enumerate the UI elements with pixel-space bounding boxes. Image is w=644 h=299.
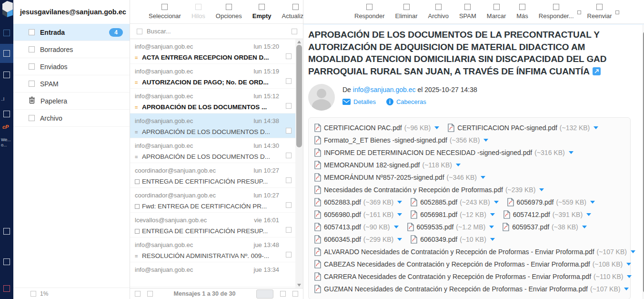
attachment[interactable]: 6060349.pdf (~10 KB): [411, 235, 495, 244]
message-checkbox[interactable]: [286, 252, 292, 258]
folder-item[interactable]: Papelera: [13, 93, 130, 110]
attachment[interactable]: ALVARADO Necesidades de Contratación y R…: [314, 247, 635, 256]
attachment-menu-icon[interactable]: [494, 201, 499, 204]
rail-item-selected[interactable]: [0, 44, 13, 63]
rail-logout-icon[interactable]: [3, 285, 10, 292]
attachment-menu-icon[interactable]: [594, 126, 598, 129]
toolbar-button[interactable]: SPAM: [454, 4, 482, 20]
attachment-menu-icon[interactable]: [397, 213, 402, 216]
attachment[interactable]: Necesidades de Contratación y Recepción …: [314, 186, 544, 194]
details-link[interactable]: Detalles: [342, 98, 376, 105]
message-checkbox[interactable]: [286, 227, 292, 233]
folder-item[interactable]: Borradores: [13, 41, 130, 58]
message-checkbox[interactable]: [286, 128, 292, 134]
scroll-up-icon[interactable]: [297, 41, 301, 43]
attachment-menu-icon[interactable]: [624, 288, 629, 290]
message-row[interactable]: info@sanjuan.gob.ec lun 14:30 APROBACIÓN…: [130, 138, 295, 163]
attachment-menu-icon[interactable]: [397, 201, 402, 204]
attachment[interactable]: 6059535.pdf (~1.2 MB): [407, 223, 494, 231]
attachment-menu-icon[interactable]: [626, 263, 631, 266]
toolbar-button[interactable]: Responder...: [533, 4, 579, 20]
message-row[interactable]: info@sanjuan.gob.ec lun 14:38 APROBACIÓN…: [130, 113, 295, 138]
rail-item-icon[interactable]: [3, 30, 10, 36]
attachment[interactable]: CABEZAS Necesidades de Contratación y Re…: [314, 260, 631, 268]
attachment-menu-icon[interactable]: [489, 226, 494, 228]
attachment-menu-icon[interactable]: [394, 226, 399, 228]
attachment[interactable]: 6057412.pdf (~391 KB): [503, 210, 591, 219]
attachment-menu-icon[interactable]: [456, 164, 461, 166]
message-row[interactable]: info@sanjuan.gob.ec jue 13:34: [130, 262, 295, 287]
first-page-icon[interactable]: [147, 291, 153, 297]
attachment-menu-icon[interactable]: [582, 226, 587, 228]
attachment[interactable]: INFORME DE DETERMINACION DE NECESIDAD -s…: [314, 148, 574, 157]
mail-scrollbar[interactable]: [642, 25, 644, 299]
message-row[interactable]: lcevallos@sanjuan.gob.ec vie 16:01 ENTRE…: [130, 213, 295, 237]
headers-link[interactable]: Cabeceras: [386, 98, 426, 105]
open-in-new-window-icon[interactable]: [593, 67, 601, 75]
message-row[interactable]: coordinador@sanjuan.gob.ec lun 10:27 Fwd…: [130, 188, 295, 213]
attachment[interactable]: 6056979.pdf (~559 KB): [507, 198, 595, 206]
message-checkbox[interactable]: [286, 202, 292, 208]
search-input[interactable]: [147, 28, 287, 35]
toolbar-button[interactable]: Eliminar: [390, 4, 423, 20]
attachment-menu-icon[interactable]: [490, 238, 495, 241]
toolbar-button[interactable]: Responder: [349, 4, 390, 20]
page-size-select[interactable]: [256, 289, 273, 299]
select-all-icon[interactable]: [135, 291, 141, 297]
attachment-menu-icon[interactable]: [590, 201, 595, 204]
folder-item[interactable]: SPAM: [13, 75, 130, 93]
attachment[interactable]: 6059537.pdf (~38 KB): [503, 223, 587, 231]
rail-item-icon[interactable]: [3, 258, 10, 265]
attachment-menu-icon[interactable]: [586, 213, 591, 216]
message-checkbox[interactable]: [286, 103, 292, 109]
attachment[interactable]: 6056980.pdf (~161 KB): [314, 210, 402, 219]
message-row[interactable]: coordinador@sanjuan.gob.ec lun 10:27 ENT…: [130, 163, 295, 188]
message-row[interactable]: info@sanjuan.gob.ec lun 15:20 ACTA ENTRE…: [130, 39, 295, 64]
list-scrollbar-thumb[interactable]: [296, 45, 302, 147]
attachment-menu-icon[interactable]: [627, 275, 632, 278]
attachment[interactable]: CARRERA Necesidades de Contratación y Re…: [314, 272, 632, 281]
attachment-menu-icon[interactable]: [631, 250, 635, 253]
folder-item[interactable]: Enviados: [13, 58, 130, 75]
attachment[interactable]: GUZMAN Necesidades de Contratación y Rec…: [314, 285, 629, 293]
toolbar-button[interactable]: Seleccionar: [143, 4, 186, 20]
attachment[interactable]: Formato_2_ET Bienes -signed-signed.pdf (…: [314, 136, 488, 144]
search-options-icon[interactable]: [292, 29, 297, 34]
attachment-menu-icon[interactable]: [434, 126, 439, 129]
message-checkbox[interactable]: [286, 53, 292, 59]
rail-item-icon[interactable]: [3, 72, 10, 78]
list-scrollbar[interactable]: [295, 39, 303, 288]
attachment[interactable]: MEMORANDUM 182-signed.pdf (~118 KB): [314, 161, 461, 169]
message-checkbox[interactable]: [286, 78, 292, 84]
attachment[interactable]: 6057413.pdf (~90 KB): [314, 223, 399, 231]
folder-item[interactable]: Entrada 4: [13, 24, 130, 41]
message-row[interactable]: info@sanjuan.gob.ec jue 13:48 RESOLUCIÓN…: [130, 237, 295, 262]
message-row[interactable]: info@sanjuan.gob.ec lun 15:12 APROBACIÓN…: [130, 89, 295, 113]
toolbar-button[interactable]: Más: [511, 4, 533, 20]
next-page-icon[interactable]: [280, 291, 286, 297]
search-icon[interactable]: [137, 29, 142, 34]
last-page-icon[interactable]: [292, 291, 298, 297]
attachment-menu-icon[interactable]: [483, 139, 488, 142]
rail-item-icon[interactable]: [3, 111, 10, 117]
toolbar-button[interactable]: Empty: [247, 4, 277, 20]
toolbar-button[interactable]: Marcar: [482, 4, 511, 20]
scroll-down-icon[interactable]: [297, 284, 301, 287]
attachment-menu-icon[interactable]: [397, 238, 402, 241]
message-checkbox[interactable]: [286, 177, 292, 183]
folder-item[interactable]: Archivo: [13, 110, 130, 127]
rail-item-icon[interactable]: [3, 228, 10, 235]
attachment-menu-icon[interactable]: [490, 213, 495, 216]
attachment[interactable]: MEMORÁNDUM Nº857-2025-signed.pdf (~346 K…: [314, 173, 485, 182]
attachment-menu-icon[interactable]: [569, 151, 574, 154]
dropdown-caret-icon[interactable]: [615, 10, 619, 14]
attachment[interactable]: CERTIFICACION PAC-signed.pdf (~132 KB): [448, 124, 598, 132]
message-row[interactable]: info@sanjuan.gob.ec lun 15:19 AUTORIZACI…: [130, 64, 295, 89]
toolbar-button[interactable]: Archivo: [423, 4, 454, 20]
attachment[interactable]: 6056981.pdf (~12 KB): [411, 210, 495, 219]
toolbar-button[interactable]: Hilos: [186, 4, 211, 20]
attachment[interactable]: 6052883.pdf (~369 KB): [314, 198, 402, 206]
dropdown-caret-icon[interactable]: [577, 10, 581, 14]
attachment[interactable]: CERTIFICACION PAC.pdf (~96 KB): [314, 124, 439, 132]
attachment[interactable]: 6060345.pdf (~299 KB): [314, 235, 402, 244]
